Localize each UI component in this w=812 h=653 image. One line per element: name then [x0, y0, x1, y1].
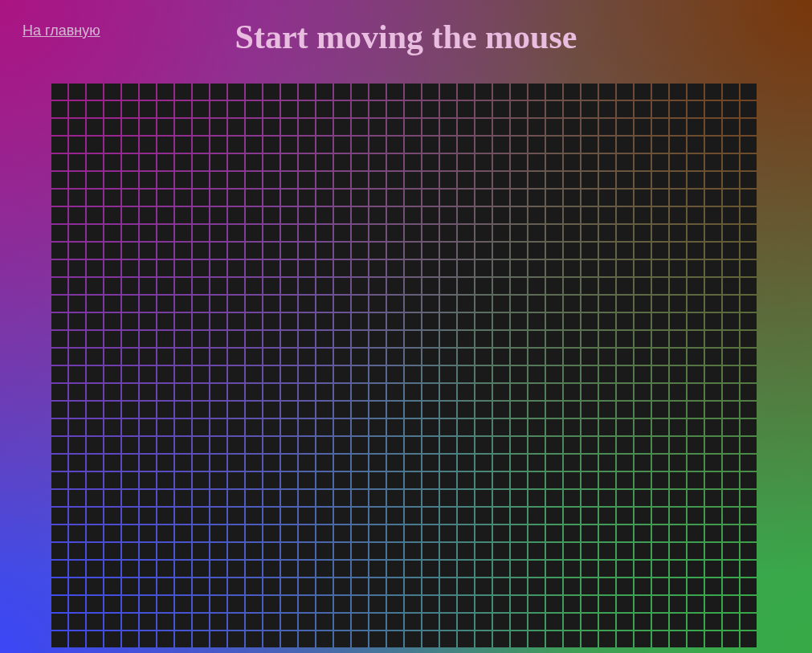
grid-cell[interactable]: [475, 243, 492, 259]
grid-cell[interactable]: [688, 137, 704, 153]
grid-cell[interactable]: [741, 119, 757, 135]
grid-cell[interactable]: [670, 419, 686, 435]
grid-cell[interactable]: [458, 508, 474, 524]
grid-cell[interactable]: [741, 508, 757, 524]
grid-cell[interactable]: [334, 490, 350, 506]
grid-cell[interactable]: [422, 455, 439, 471]
grid-cell[interactable]: [581, 172, 598, 188]
grid-cell[interactable]: [175, 225, 191, 241]
grid-cell[interactable]: [723, 243, 739, 259]
grid-cell[interactable]: [299, 137, 315, 153]
grid-cell[interactable]: [511, 419, 527, 435]
grid-cell[interactable]: [635, 207, 651, 223]
grid-cell[interactable]: [705, 543, 721, 559]
grid-cell[interactable]: [564, 119, 580, 135]
grid-cell[interactable]: [617, 119, 633, 135]
grid-cell[interactable]: [564, 296, 580, 312]
grid-cell[interactable]: [564, 137, 580, 153]
grid-cell[interactable]: [405, 313, 421, 329]
grid-cell[interactable]: [122, 437, 138, 453]
grid-cell[interactable]: [193, 296, 209, 312]
grid-cell[interactable]: [493, 525, 509, 541]
grid-cell[interactable]: [546, 119, 562, 135]
grid-cell[interactable]: [193, 260, 209, 276]
grid-cell[interactable]: [352, 278, 368, 294]
grid-cell[interactable]: [599, 561, 615, 577]
grid-cell[interactable]: [369, 137, 386, 153]
grid-cell[interactable]: [493, 101, 509, 117]
grid-cell[interactable]: [51, 190, 67, 206]
grid-cell[interactable]: [635, 437, 651, 453]
grid-cell[interactable]: [210, 631, 226, 647]
grid-cell[interactable]: [599, 543, 615, 559]
grid-cell[interactable]: [157, 243, 173, 259]
grid-cell[interactable]: [493, 561, 509, 577]
grid-cell[interactable]: [246, 525, 262, 541]
grid-cell[interactable]: [652, 101, 668, 117]
grid-cell[interactable]: [316, 84, 333, 100]
grid-cell[interactable]: [581, 490, 598, 506]
grid-cell[interactable]: [528, 366, 545, 382]
grid-cell[interactable]: [617, 190, 633, 206]
grid-cell[interactable]: [369, 84, 386, 100]
grid-cell[interactable]: [228, 119, 244, 135]
grid-cell[interactable]: [458, 260, 474, 276]
grid-cell[interactable]: [140, 437, 156, 453]
grid-cell[interactable]: [599, 631, 615, 647]
grid-cell[interactable]: [528, 260, 545, 276]
grid-cell[interactable]: [617, 631, 633, 647]
grid-cell[interactable]: [387, 119, 403, 135]
grid-cell[interactable]: [387, 366, 403, 382]
grid-cell[interactable]: [140, 119, 156, 135]
grid-cell[interactable]: [87, 508, 103, 524]
grid-cell[interactable]: [104, 596, 120, 612]
grid-cell[interactable]: [122, 614, 138, 630]
grid-cell[interactable]: [299, 119, 315, 135]
grid-cell[interactable]: [263, 525, 280, 541]
grid-cell[interactable]: [670, 472, 686, 488]
grid-cell[interactable]: [281, 190, 297, 206]
grid-cell[interactable]: [316, 207, 333, 223]
grid-cell[interactable]: [741, 472, 757, 488]
grid-cell[interactable]: [193, 561, 209, 577]
grid-cell[interactable]: [281, 490, 297, 506]
grid-cell[interactable]: [723, 472, 739, 488]
grid-cell[interactable]: [210, 614, 226, 630]
grid-cell[interactable]: [352, 190, 368, 206]
grid-cell[interactable]: [228, 243, 244, 259]
grid-cell[interactable]: [741, 614, 757, 630]
grid-cell[interactable]: [334, 472, 350, 488]
grid-cell[interactable]: [369, 455, 386, 471]
grid-cell[interactable]: [87, 190, 103, 206]
grid-cell[interactable]: [723, 349, 739, 365]
grid-cell[interactable]: [281, 561, 297, 577]
grid-cell[interactable]: [87, 614, 103, 630]
grid-cell[interactable]: [263, 561, 280, 577]
grid-cell[interactable]: [422, 508, 439, 524]
grid-cell[interactable]: [263, 278, 280, 294]
grid-cell[interactable]: [299, 525, 315, 541]
grid-cell[interactable]: [723, 490, 739, 506]
grid-cell[interactable]: [422, 137, 439, 153]
grid-cell[interactable]: [475, 508, 492, 524]
grid-cell[interactable]: [193, 614, 209, 630]
grid-cell[interactable]: [210, 137, 226, 153]
grid-cell[interactable]: [741, 225, 757, 241]
grid-cell[interactable]: [369, 419, 386, 435]
grid-cell[interactable]: [281, 225, 297, 241]
grid-cell[interactable]: [511, 278, 527, 294]
grid-cell[interactable]: [281, 543, 297, 559]
grid-cell[interactable]: [652, 543, 668, 559]
grid-cell[interactable]: [175, 137, 191, 153]
grid-cell[interactable]: [352, 84, 368, 100]
grid-cell[interactable]: [546, 172, 562, 188]
grid-cell[interactable]: [87, 313, 103, 329]
grid-cell[interactable]: [422, 172, 439, 188]
grid-cell[interactable]: [87, 578, 103, 594]
grid-cell[interactable]: [369, 543, 386, 559]
grid-cell[interactable]: [210, 402, 226, 418]
grid-cell[interactable]: [475, 137, 492, 153]
grid-cell[interactable]: [546, 313, 562, 329]
grid-cell[interactable]: [210, 243, 226, 259]
grid-cell[interactable]: [352, 331, 368, 347]
